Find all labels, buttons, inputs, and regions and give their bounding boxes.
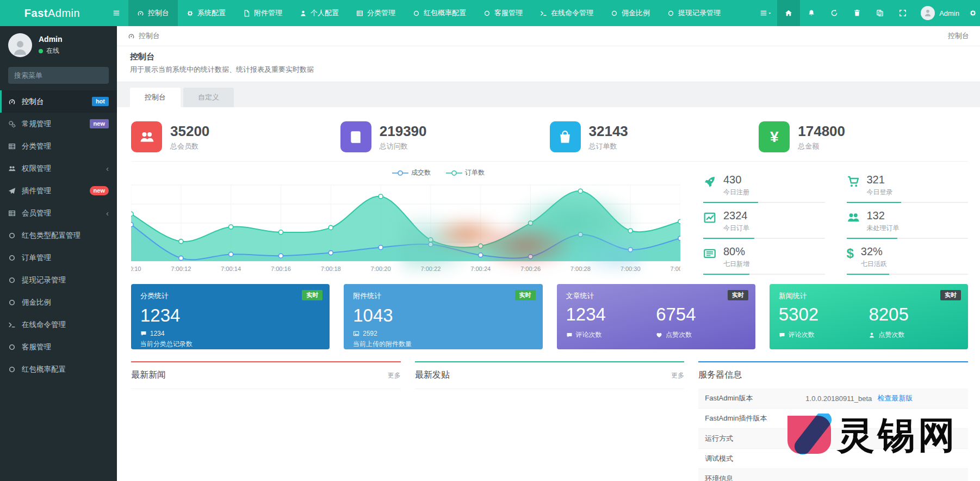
- topnav-customer-service[interactable]: 客服管理: [475, 0, 531, 26]
- mini-stats-grid: 430今日注册 321今日登录 2324今日订单 132未处理订单: [703, 167, 968, 275]
- topnav-categories[interactable]: 分类管理: [348, 0, 404, 26]
- stat-card-orders: 32143总订单数: [550, 121, 759, 152]
- mini-stat-logins: 321今日登录: [847, 167, 969, 203]
- sidebar-item-customer-service[interactable]: 客服管理: [0, 336, 117, 358]
- topnav-attachments[interactable]: 附件管理: [234, 0, 291, 26]
- table-row: 环境信息: [698, 469, 968, 481]
- sidebar-item-members[interactable]: 会员管理‹: [0, 202, 117, 224]
- legend-item-deals[interactable]: 成交数: [392, 168, 431, 177]
- progress-bar: [847, 238, 969, 239]
- progress-bar: [703, 238, 825, 239]
- sidebar-item-auth[interactable]: 权限管理‹: [0, 157, 117, 180]
- comment-icon: [566, 332, 573, 338]
- realtime-badge: 实时: [940, 290, 961, 300]
- sidebar: Admin 在线 控制台hot 常规管理new 分类管理 权限管理‹ 插件管理n…: [0, 26, 117, 481]
- circle-o-icon: [483, 10, 491, 17]
- check-latest-link[interactable]: 检查最新版: [877, 393, 913, 403]
- list-card-icon: [703, 247, 716, 269]
- circle-o-icon: [413, 10, 420, 17]
- file-icon: [243, 10, 250, 17]
- brand-logo[interactable]: FastAdmin: [0, 0, 104, 26]
- search-input[interactable]: [8, 67, 109, 84]
- admin-user-menu[interactable]: Admin: [914, 0, 966, 26]
- gauge-icon: [137, 10, 144, 17]
- tab-strip: 控制台 自定义: [117, 82, 980, 107]
- copy-tabs-button[interactable]: [869, 0, 891, 26]
- hot-badge: hot: [92, 97, 109, 106]
- dashboard-content: 35200总会员数 219390总访问数 32143总订单数 ¥ 174800总…: [117, 107, 980, 481]
- sidebar-item-redpacket-rate[interactable]: 红包概率配置: [0, 358, 117, 380]
- tab-custom[interactable]: 自定义: [183, 88, 234, 107]
- svg-text:7:00:14: 7:00:14: [221, 266, 241, 272]
- top-navbar: FastAdmin 控制台 系统配置 附件管理 个人配置 分类管理 红包概率配置…: [0, 0, 980, 26]
- sidebar-toggle-button[interactable]: [104, 0, 128, 26]
- panel-attachment-stats: 附件统计 实时 1043 2592 当前上传的附件数量: [344, 284, 542, 349]
- person-icon: [300, 10, 307, 17]
- topnav-commission[interactable]: 佣金比例: [602, 0, 659, 26]
- terminal-icon: [540, 10, 547, 17]
- gauge-icon: [128, 33, 135, 40]
- chart-row: 成交数 订单数 7:00:107:00:127:00:147:00:167:00…: [131, 161, 968, 275]
- users-icon: [8, 165, 16, 172]
- svg-text:7:00:24: 7:00:24: [470, 266, 491, 272]
- breadcrumb-current[interactable]: 控制台: [139, 31, 160, 41]
- stat-card-visits: 219390总访问数: [340, 121, 550, 152]
- copy-icon: [876, 9, 884, 17]
- sidebar-item-redpacket-type[interactable]: 红包类型配置管理: [0, 224, 117, 246]
- tabs-list-dropdown[interactable]: [754, 0, 777, 26]
- more-link[interactable]: 更多: [388, 371, 401, 380]
- tab-dashboard[interactable]: 控制台: [130, 88, 181, 107]
- home-button[interactable]: [777, 0, 800, 26]
- brand-rest: Admin: [48, 7, 80, 20]
- realtime-badge: 实时: [302, 290, 322, 300]
- person-icon: [11, 39, 29, 57]
- sidebar-item-online-command[interactable]: 在线命令管理: [0, 313, 117, 336]
- sidebar-item-addons[interactable]: 插件管理new: [0, 180, 117, 202]
- new-badge: new: [90, 119, 109, 128]
- svg-text:7:00:12: 7:00:12: [171, 266, 191, 272]
- refresh-button[interactable]: [823, 0, 846, 26]
- sidebar-item-commission[interactable]: 佣金比例: [0, 291, 117, 313]
- sidebar-item-dashboard[interactable]: 控制台hot: [0, 90, 117, 113]
- topnav-online-command[interactable]: 在线命令管理: [531, 0, 602, 26]
- users-icon: [847, 211, 860, 233]
- bottom-sections-row: 最新新闻 更多 最新发贴 更多 服务器信息 FastAdmin版本 1.0.0.…: [131, 361, 968, 481]
- table-icon: [356, 10, 363, 17]
- progress-bar: [847, 274, 969, 275]
- svg-text:7:00:18: 7:00:18: [321, 266, 341, 272]
- mini-progress-fill-4: [703, 274, 749, 275]
- comment-icon: [779, 332, 785, 338]
- area-chart-canvas[interactable]: 7:00:107:00:127:00:147:00:167:00:187:00:…: [131, 180, 680, 275]
- legend-item-orders[interactable]: 订单数: [446, 168, 485, 177]
- terminal-icon: [8, 321, 16, 329]
- topnav-withdraw-records[interactable]: 提现记录管理: [659, 0, 729, 26]
- stat-label: 总金额: [798, 141, 845, 151]
- topnav-profile[interactable]: 个人配置: [291, 0, 348, 26]
- panel-article-stats: 文章统计 实时 1234 评论次数 6754 点赞次数: [557, 284, 755, 349]
- chevron-left-icon: ‹: [106, 164, 109, 172]
- sidebar-item-general[interactable]: 常规管理new: [0, 113, 117, 135]
- topnav-dashboard[interactable]: 控制台: [128, 0, 178, 26]
- section-title: 最新新闻: [131, 369, 166, 381]
- svg-text:7:00:22: 7:00:22: [420, 266, 441, 272]
- table-icon: [8, 209, 16, 217]
- panel-category-stats: 分类统计 实时 1234 1234 当前分类总记录数: [131, 284, 330, 349]
- sidebar-item-orders[interactable]: 订单管理: [0, 246, 117, 269]
- more-link[interactable]: 更多: [671, 371, 684, 380]
- notifications-button[interactable]: [800, 0, 823, 26]
- topnav-system-config[interactable]: 系统配置: [178, 0, 234, 26]
- settings-button[interactable]: [966, 0, 980, 26]
- page-title: 控制台: [130, 52, 967, 62]
- dollar-icon: $: [847, 247, 854, 269]
- fullscreen-button[interactable]: [891, 0, 914, 26]
- circle-o-icon: [667, 10, 674, 17]
- sidebar-item-withdraw-records[interactable]: 提现记录管理: [0, 269, 117, 291]
- section-title: 最新发贴: [415, 369, 450, 381]
- clear-cache-button[interactable]: [846, 0, 869, 26]
- progress-bar: [703, 202, 825, 203]
- topnav-redpacket-rate[interactable]: 红包概率配置: [404, 0, 475, 26]
- sidebar-item-categories[interactable]: 分类管理: [0, 135, 117, 157]
- posts-list: [415, 389, 685, 414]
- gear-icon: [187, 10, 194, 17]
- yen-icon: ¥: [759, 121, 790, 152]
